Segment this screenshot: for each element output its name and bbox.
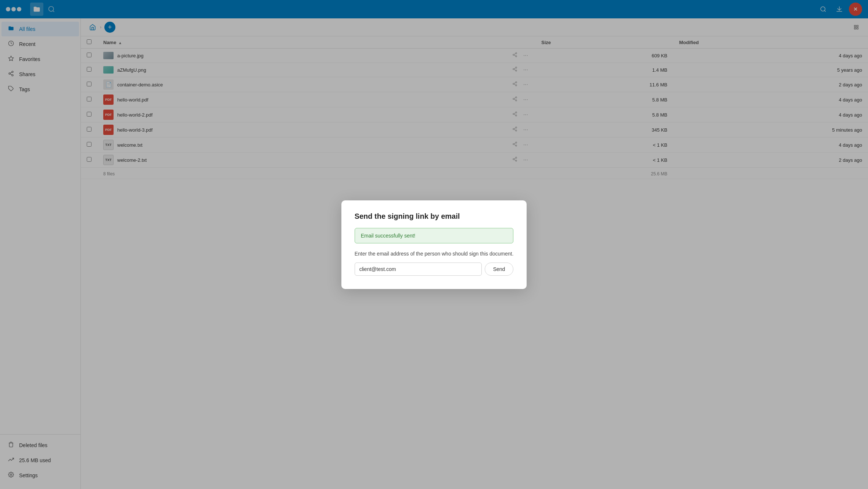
modal-overlay[interactable]: Send the signing link by email Email suc… xyxy=(0,0,868,489)
signing-email-modal: Send the signing link by email Email suc… xyxy=(341,200,527,289)
send-button[interactable]: Send xyxy=(485,263,514,276)
modal-title: Send the signing link by email xyxy=(355,212,514,221)
success-banner: Email successfully sent! xyxy=(355,228,514,243)
email-input[interactable] xyxy=(355,263,482,276)
modal-description: Enter the email address of the person wh… xyxy=(355,251,514,257)
email-row: Send xyxy=(355,263,514,276)
